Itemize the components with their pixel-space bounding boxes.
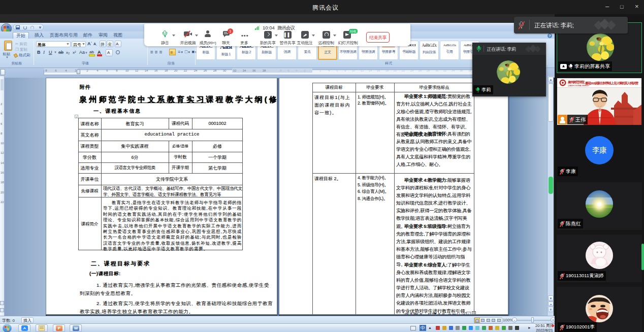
svg-text:QUANZHOU NORMAL UNIVERSITY: QUANZHOU NORMAL UNIVERSITY <box>568 85 590 87</box>
svg-text:喜迎2022级新生秋季线上见 计算机双人特训营: 喜迎2022级新生秋季线上见 计算机双人特训营 <box>585 81 639 85</box>
svg-text:泉州师范学院: 泉州师范学院 <box>567 80 585 84</box>
